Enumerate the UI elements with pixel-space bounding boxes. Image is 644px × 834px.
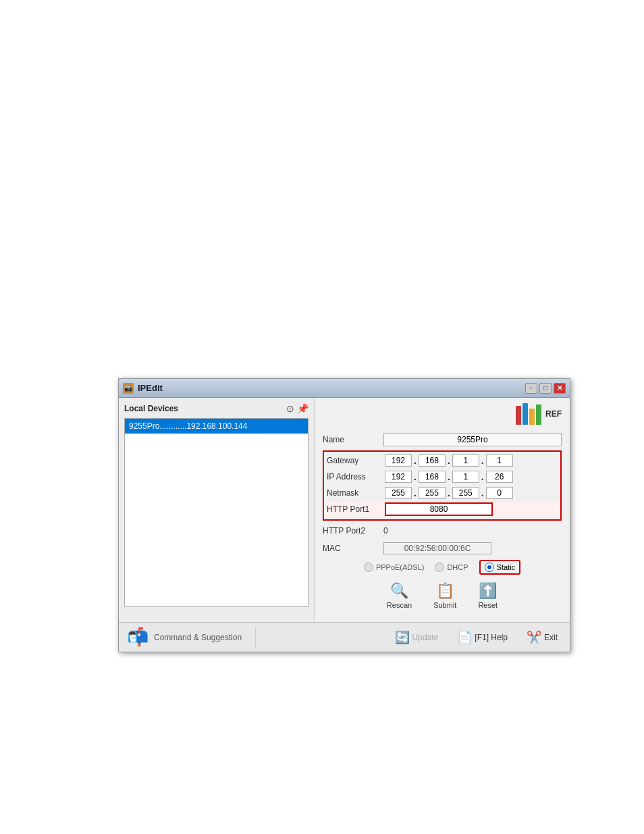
netmask-octet-1[interactable] xyxy=(385,487,412,499)
gateway-octet-4[interactable] xyxy=(486,454,513,467)
title-bar: 📷 IPEdit − □ ✕ xyxy=(119,379,570,398)
pppoe-radio-label: PPPoE(ADSL) xyxy=(376,563,425,571)
gateway-octet-2[interactable] xyxy=(419,454,446,467)
reset-icon: ⬆️ xyxy=(479,582,497,600)
http-port2-row: HTTP Port2 0 xyxy=(323,523,562,538)
bottom-right: 🔄 Update 📄 [F1] Help ✂️ Exit xyxy=(391,628,562,647)
update-button: 🔄 Update xyxy=(391,628,443,647)
netmask-octet-3[interactable] xyxy=(452,487,479,499)
restore-button[interactable]: □ xyxy=(539,383,552,394)
window-controls: − □ ✕ xyxy=(525,383,566,394)
ip-octet-4[interactable] xyxy=(486,471,513,483)
dot1: . xyxy=(413,455,417,466)
dhcp-radio-label: DHCP xyxy=(447,563,468,571)
update-label: Update xyxy=(412,633,439,642)
device-name: 9255Pro............192.168.100.144 xyxy=(129,421,247,431)
local-devices-title: Local Devices xyxy=(124,404,178,413)
help-button[interactable]: 📄 [F1] Help xyxy=(453,628,512,647)
help-label: [F1] Help xyxy=(475,633,508,642)
ref-area: REF xyxy=(323,403,562,425)
netmask-row: Netmask . . . xyxy=(324,486,560,500)
ref-label: REF xyxy=(545,409,562,419)
pin-icon[interactable]: 📌 xyxy=(297,403,308,414)
app-icon: 📷 xyxy=(123,383,134,394)
name-row: Name xyxy=(323,432,562,448)
static-radio-circle[interactable] xyxy=(485,563,494,572)
books-icon xyxy=(516,403,541,425)
static-radio-box[interactable]: Static xyxy=(479,560,521,575)
static-radio-dot xyxy=(487,565,491,569)
minimize-button[interactable]: − xyxy=(525,383,537,394)
mac-label: MAC xyxy=(323,544,383,553)
rescan-button[interactable]: 🔍 Rescan xyxy=(383,580,416,611)
book3 xyxy=(529,409,535,425)
expand-icon[interactable]: ⊙ xyxy=(286,403,294,414)
red-border-section: Gateway . . . IP Address xyxy=(323,450,562,521)
name-value xyxy=(383,433,562,446)
dot8: . xyxy=(447,488,451,498)
ip-address-fields: . . . xyxy=(385,471,513,483)
exit-icon: ✂️ xyxy=(527,630,541,645)
book4 xyxy=(536,405,541,425)
ip-octet-1[interactable] xyxy=(385,471,412,483)
book2 xyxy=(522,403,528,425)
gateway-octet-1[interactable] xyxy=(385,454,412,467)
dhcp-radio-circle[interactable] xyxy=(435,563,444,572)
right-panel: REF Name Gateway . xyxy=(315,398,570,622)
http-port1-value xyxy=(385,502,560,516)
ip-octet-3[interactable] xyxy=(452,471,479,483)
dot4: . xyxy=(413,471,417,482)
device-list[interactable]: 9255Pro............192.168.100.144 xyxy=(124,418,308,607)
exit-label: Exit xyxy=(544,633,558,642)
http-port1-label: HTTP Port1 xyxy=(324,504,385,514)
reset-label: Reset xyxy=(478,601,498,609)
gateway-octet-3[interactable] xyxy=(452,454,479,467)
submit-label: Submit xyxy=(433,601,456,609)
window-body: Local Devices ⊙ 📌 9255Pro............192… xyxy=(119,398,570,652)
mac-input xyxy=(383,542,491,554)
dhcp-radio-item[interactable]: DHCP xyxy=(435,563,468,572)
device-item[interactable]: 9255Pro............192.168.100.144 xyxy=(125,419,308,434)
netmask-label: Netmask xyxy=(324,488,385,498)
submit-icon: 📋 xyxy=(436,582,454,600)
http-port2-label: HTTP Port2 xyxy=(323,526,383,536)
name-input[interactable] xyxy=(383,433,562,446)
section-header: Local Devices ⊙ 📌 xyxy=(124,403,308,414)
bottom-bar: 📬 Command & Suggestion 🔄 Update 📄 [F1] H… xyxy=(119,622,570,652)
http-port1-input[interactable] xyxy=(385,502,493,516)
left-panel: Local Devices ⊙ 📌 9255Pro............192… xyxy=(119,398,315,622)
ip-address-row: IP Address . . . xyxy=(324,469,560,484)
dot7: . xyxy=(413,488,417,498)
exit-button[interactable]: ✂️ Exit xyxy=(522,628,562,647)
window-title: IPEdit xyxy=(138,383,525,393)
reset-button[interactable]: ⬆️ Reset xyxy=(474,580,502,611)
netmask-fields: . . . xyxy=(385,487,513,499)
dot6: . xyxy=(481,471,485,482)
pppoe-radio-circle[interactable] xyxy=(364,563,373,572)
radio-row: PPPoE(ADSL) DHCP Static xyxy=(323,560,562,575)
gateway-fields: . . . xyxy=(385,454,513,467)
bottom-separator xyxy=(255,627,256,648)
section-controls: ⊙ 📌 xyxy=(286,403,308,414)
netmask-octet-4[interactable] xyxy=(486,487,513,499)
netmask-octet-2[interactable] xyxy=(419,487,446,499)
close-button[interactable]: ✕ xyxy=(554,383,566,394)
top-section: Local Devices ⊙ 📌 9255Pro............192… xyxy=(119,398,570,622)
static-radio-label: Static xyxy=(497,563,516,571)
ipedit-window: 📷 IPEdit − □ ✕ Local Devices ⊙ 📌 xyxy=(118,378,570,652)
help-icon: 📄 xyxy=(457,630,472,645)
dot3: . xyxy=(481,455,485,466)
ip-address-label: IP Address xyxy=(324,472,385,481)
mac-row: MAC xyxy=(323,541,562,556)
submit-button[interactable]: 📋 Submit xyxy=(429,580,460,611)
dot5: . xyxy=(447,471,451,482)
dot9: . xyxy=(481,488,485,498)
ip-octet-2[interactable] xyxy=(419,471,446,483)
dot2: . xyxy=(447,455,451,466)
bottom-left: 📬 Command & Suggestion xyxy=(127,627,242,648)
http-port1-row: HTTP Port1 xyxy=(324,502,560,517)
mailbox-icon: 📬 xyxy=(127,627,149,648)
rescan-label: Rescan xyxy=(387,601,412,609)
pppoe-radio-item[interactable]: PPPoE(ADSL) xyxy=(364,563,425,572)
update-icon: 🔄 xyxy=(395,630,410,645)
